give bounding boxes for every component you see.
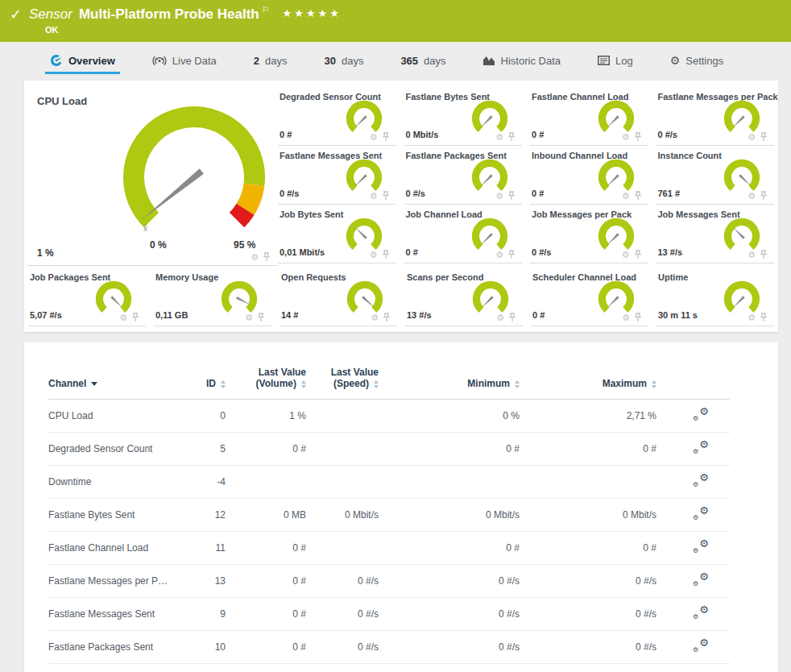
channel-settings-gears-icon[interactable]: ⚙⚙ (693, 441, 709, 454)
table-row[interactable]: Downtime-4⚙⚙ (48, 466, 730, 499)
table-row[interactable]: Fastlane Packages Sent100 #0 #/s0 #/s0 #… (48, 631, 730, 664)
sort-icon[interactable] (221, 380, 226, 388)
priority-flag-icon[interactable]: ⚐ (262, 5, 270, 15)
pin-icon[interactable] (257, 313, 265, 322)
table-row[interactable]: Degraded Sensor Count50 #0 #0 #⚙⚙ (48, 433, 730, 466)
tab-2-days[interactable]: 2days (249, 42, 292, 79)
pin-icon[interactable] (634, 132, 642, 142)
cell-channel[interactable]: Inbound Channel Load (48, 664, 185, 672)
table-row[interactable]: CPU Load01 %0 %2,71 %⚙⚙ (48, 400, 730, 433)
gear-icon[interactable]: ⚙ (622, 192, 630, 201)
column-header-id[interactable]: ID (185, 342, 226, 400)
gear-icon[interactable]: ⚙ (748, 251, 756, 259)
gauge-value: 14 # (281, 310, 298, 320)
gear-icon[interactable]: ⚙ (495, 251, 503, 259)
pin-icon[interactable] (507, 132, 516, 142)
tab-30-days[interactable]: 30days (319, 42, 368, 79)
tab-log[interactable]: Log (593, 42, 638, 79)
gear-icon: ⚙ (670, 54, 681, 67)
cell-channel[interactable]: Fastlane Messages per P… (48, 565, 185, 598)
gear-icon[interactable]: ⚙ (495, 192, 503, 201)
gear-icon[interactable]: ⚙ (748, 313, 756, 322)
tab-live-data[interactable]: Live Data (147, 42, 222, 79)
tab-number: 365 (400, 55, 418, 67)
pin-icon[interactable] (760, 132, 768, 142)
cell-channel[interactable]: Degraded Sensor Count (48, 433, 185, 466)
pin-icon[interactable] (634, 313, 642, 322)
pin-icon[interactable] (760, 191, 768, 201)
sort-icon[interactable] (652, 380, 656, 388)
channel-settings-gears-icon[interactable]: ⚙⚙ (693, 408, 709, 421)
pin-icon[interactable] (634, 191, 642, 201)
priority-stars[interactable]: ★★★★★ (283, 7, 342, 19)
cell-channel[interactable]: Fastlane Packages Sent (48, 631, 185, 664)
tab-settings[interactable]: ⚙Settings (665, 42, 729, 79)
gear-icon[interactable]: ⚙ (622, 313, 630, 322)
pin-icon[interactable] (760, 250, 768, 259)
channel-settings-gears-icon[interactable]: ⚙⚙ (693, 474, 709, 487)
channel-table-body: CPU Load01 %0 %2,71 %⚙⚙Degraded Sensor C… (48, 400, 730, 672)
gear-icon[interactable]: ⚙ (251, 253, 259, 262)
column-header-max[interactable]: Maximum (520, 342, 656, 400)
pin-icon[interactable] (507, 191, 516, 201)
sort-icon[interactable] (301, 380, 306, 388)
sort-icon[interactable] (515, 380, 520, 388)
pin-icon[interactable] (382, 250, 390, 259)
gear-icon[interactable]: ⚙ (370, 192, 378, 201)
channel-settings-gears-icon[interactable]: ⚙⚙ (693, 606, 709, 620)
column-header-actions (656, 342, 730, 400)
gear-icon[interactable]: ⚙ (119, 313, 127, 322)
tile-actions: ⚙ (622, 132, 642, 142)
cell-maximum (520, 466, 656, 499)
gear-icon[interactable]: ⚙ (622, 133, 630, 142)
tab-label: days (424, 55, 445, 67)
gauge-tile-job-packages-sent: Job Packages Sent 5,07 #/s⚙ (28, 268, 146, 326)
gear-icon[interactable]: ⚙ (370, 133, 378, 142)
table-row[interactable]: Fastlane Messages Sent90 #0 #/s0 #/s0 #/… (48, 598, 730, 631)
gear-icon[interactable]: ⚙ (495, 133, 503, 142)
cell-channel[interactable]: CPU Load (48, 400, 185, 433)
cell-last-value-volume: 0 # (226, 565, 306, 598)
tab-overview[interactable]: Overview (45, 42, 120, 79)
pin-icon[interactable] (760, 313, 768, 322)
table-row[interactable]: Fastlane Bytes Sent120 MB0 Mbit/s0 Mbit/… (48, 499, 730, 532)
pin-icon[interactable] (508, 313, 516, 322)
channel-settings-gears-icon[interactable]: ⚙⚙ (693, 540, 709, 554)
cell-channel[interactable]: Fastlane Messages Sent (48, 598, 185, 631)
gear-icon[interactable]: ⚙ (496, 313, 504, 322)
column-header-channel[interactable]: Channel (48, 342, 185, 400)
channel-settings-gears-icon[interactable]: ⚙⚙ (693, 573, 709, 587)
table-row[interactable]: Fastlane Channel Load110 #0 #0 #⚙⚙ (48, 532, 730, 565)
cell-channel[interactable]: Downtime (48, 466, 185, 499)
pin-icon[interactable] (131, 313, 139, 322)
column-header-min[interactable]: Minimum (379, 342, 520, 400)
cell-channel[interactable]: Fastlane Bytes Sent (48, 499, 185, 532)
channel-settings-gears-icon[interactable]: ⚙⚙ (693, 507, 709, 521)
pin-icon[interactable] (507, 250, 516, 259)
pin-icon[interactable] (383, 313, 391, 322)
table-row[interactable]: Inbound Channel Load80 #0 #0 #⚙⚙ (48, 664, 730, 672)
cell-channel[interactable]: Fastlane Channel Load (48, 532, 185, 565)
sort-icon[interactable] (374, 380, 379, 388)
gear-icon[interactable]: ⚙ (748, 192, 756, 201)
channel-settings-gears-icon[interactable]: ⚙⚙ (693, 639, 709, 653)
tab-365-days[interactable]: 365days (396, 42, 450, 79)
cell-maximum: 0 # (520, 433, 656, 466)
gear-icon[interactable]: ⚙ (245, 313, 253, 322)
gauge-title: Uptime (658, 272, 688, 282)
pin-icon[interactable] (263, 252, 271, 262)
gauge-value: 0 #/s (406, 189, 425, 198)
gear-icon[interactable]: ⚙ (371, 313, 379, 322)
column-header-volume[interactable]: Last Value (Volume) (226, 342, 306, 400)
pin-icon[interactable] (634, 250, 642, 259)
tab-historic-data[interactable]: Historic Data (478, 42, 565, 79)
gauge-value: 5,07 #/s (30, 310, 62, 320)
gear-icon[interactable]: ⚙ (622, 251, 630, 259)
column-header-speed[interactable]: Last Value (Speed) (306, 342, 379, 400)
gear-icon[interactable]: ⚙ (748, 133, 756, 142)
table-row[interactable]: Fastlane Messages per P…130 #0 #/s0 #/s0… (48, 565, 730, 598)
pin-icon[interactable] (382, 191, 390, 201)
pin-icon[interactable] (382, 132, 390, 142)
gear-icon[interactable]: ⚙ (370, 251, 378, 259)
sort-desc-icon[interactable] (91, 382, 97, 386)
